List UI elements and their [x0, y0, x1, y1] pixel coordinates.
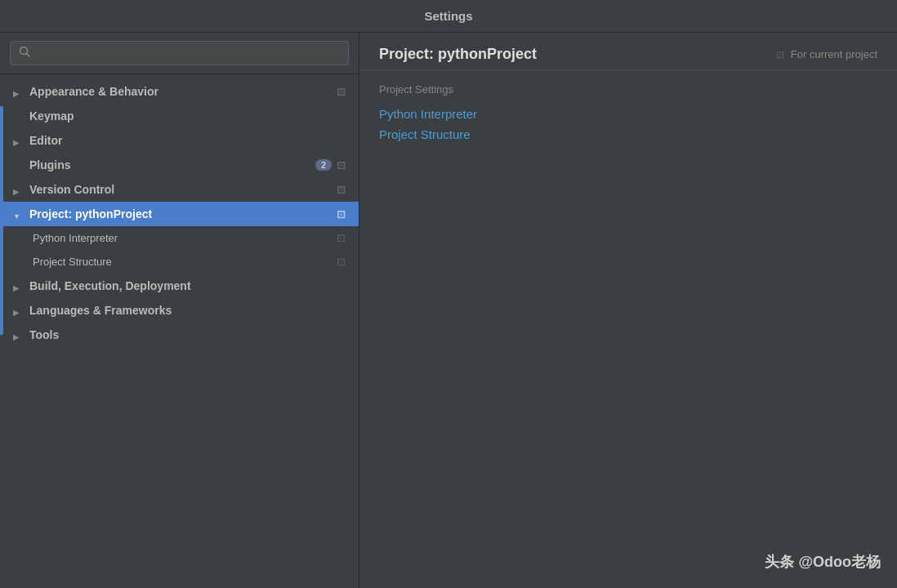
- window-title: Settings: [424, 9, 472, 23]
- sidebar-item-label: Project Structure: [33, 256, 112, 268]
- sidebar-item-label: Build, Execution, Deployment: [29, 279, 191, 292]
- main-panel: Project: pythonProject ⊡ For current pro…: [359, 33, 897, 588]
- search-bar: [0, 33, 359, 74]
- sidebar-item-version-control[interactable]: Version Control ⊡: [0, 177, 359, 202]
- panel-body: Project Settings Python Interpreter Proj…: [359, 70, 897, 154]
- panel-header: Project: pythonProject ⊡ For current pro…: [359, 33, 897, 70]
- project-structure-link[interactable]: Project Structure: [379, 127, 877, 141]
- chevron-right-icon: [13, 280, 25, 292]
- search-icon: [19, 46, 30, 60]
- settings-container: Settings: [0, 0, 897, 588]
- sidebar: Appearance & Behavior ⊡ Keymap Editor Pl…: [0, 33, 359, 588]
- copy-icon: ⊡: [337, 208, 346, 220]
- plugins-badge: 2: [315, 159, 332, 171]
- sidebar-item-appearance[interactable]: Appearance & Behavior ⊡: [0, 79, 359, 104]
- title-bar: Settings: [0, 0, 897, 33]
- chevron-right-icon: [13, 184, 25, 195]
- sidebar-item-python-interpreter[interactable]: Python Interpreter ⊡: [0, 226, 359, 250]
- watermark: 头条 @Odoo老杨: [765, 552, 881, 572]
- sidebar-item-languages[interactable]: Languages & Frameworks: [0, 298, 359, 323]
- sidebar-item-label: Appearance & Behavior: [29, 85, 158, 98]
- chevron-placeholder: [13, 159, 25, 171]
- python-interpreter-link[interactable]: Python Interpreter: [379, 107, 877, 121]
- chevron-right-icon: [13, 305, 25, 316]
- copy-icon: ⊡: [337, 232, 346, 244]
- chevron-right-icon: [13, 329, 25, 341]
- content-area: Appearance & Behavior ⊡ Keymap Editor Pl…: [0, 33, 897, 588]
- sidebar-item-project-structure[interactable]: Project Structure ⊡: [0, 250, 359, 274]
- chevron-placeholder: [13, 110, 25, 122]
- settings-links: Python Interpreter Project Structure: [379, 107, 877, 141]
- sidebar-item-build[interactable]: Build, Execution, Deployment: [0, 274, 359, 298]
- sidebar-item-label: Keymap: [29, 109, 74, 122]
- chevron-right-icon: [13, 135, 25, 146]
- sidebar-item-plugins[interactable]: Plugins 2 ⊡: [0, 153, 359, 177]
- sidebar-item-tools[interactable]: Tools: [0, 323, 359, 347]
- sidebar-item-editor[interactable]: Editor: [0, 128, 359, 153]
- sidebar-item-label: Python Interpreter: [33, 232, 118, 244]
- sidebar-item-label: Editor: [29, 134, 62, 147]
- sidebar-item-label: Plugins: [29, 158, 71, 172]
- svg-line-1: [27, 54, 30, 57]
- for-current-project-label: ⊡ For current project: [776, 48, 877, 60]
- sidebar-item-label: Project: pythonProject: [29, 207, 152, 220]
- sidebar-item-project[interactable]: Project: pythonProject ⊡: [0, 202, 359, 226]
- copy-icon: ⊡: [337, 256, 346, 268]
- copy-icon: ⊡: [337, 86, 346, 98]
- section-label: Project Settings: [379, 83, 877, 99]
- panel-title: Project: pythonProject: [379, 46, 537, 63]
- plugins-badge-area: 2 ⊡: [315, 159, 346, 172]
- sidebar-item-label: Tools: [29, 328, 59, 341]
- sidebar-item-keymap[interactable]: Keymap: [0, 104, 359, 128]
- sidebar-item-label: Version Control: [29, 183, 114, 196]
- copy-icon: ⊡: [337, 159, 346, 172]
- chevron-right-icon: [13, 86, 25, 97]
- chevron-down-icon: [13, 208, 25, 220]
- search-input[interactable]: [37, 47, 340, 60]
- nav-list: Appearance & Behavior ⊡ Keymap Editor Pl…: [0, 74, 359, 352]
- copy-icon: ⊡: [337, 184, 346, 196]
- sidebar-item-label: Languages & Frameworks: [29, 304, 172, 317]
- search-wrapper[interactable]: [10, 41, 349, 65]
